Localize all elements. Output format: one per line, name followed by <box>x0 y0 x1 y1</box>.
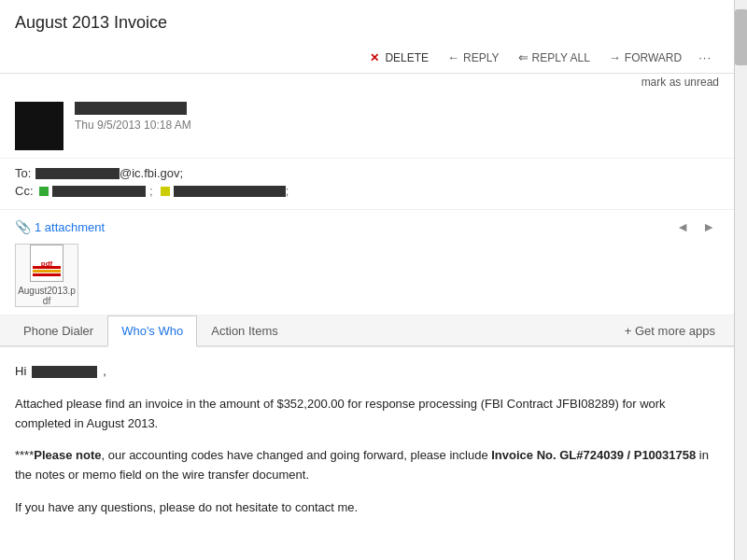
attachment-prev-button[interactable]: ◄ <box>672 217 693 236</box>
sender-name-redacted <box>75 102 187 115</box>
attachment-thumbnail[interactable]: pdf August2013.pdf <box>15 244 78 307</box>
attachment-count: 📎 1 attachment <box>15 219 105 234</box>
para2-bold2: Invoice No. GL#724039 / P10031758 <box>491 448 696 462</box>
paperclip-icon: 📎 <box>15 219 31 234</box>
reply-all-label: REPLY ALL <box>532 51 590 64</box>
scrollbar[interactable] <box>734 0 747 560</box>
toolbar: ✕ DELETE ← REPLY ⇐ REPLY ALL → FORWARD ·… <box>0 42 734 74</box>
mark-unread-row: mark as unread <box>0 74 734 92</box>
delete-button[interactable]: ✕ DELETE <box>360 47 438 69</box>
body-paragraph-1: Attached please find an invoice in the a… <box>15 395 719 434</box>
email-view: August 2013 Invoice ✕ DELETE ← REPLY ⇐ R… <box>0 0 734 560</box>
attachment-nav: ◄ ► <box>672 217 719 236</box>
reply-arrow-icon: ← <box>447 50 459 64</box>
tab-phone-dialer[interactable]: Phone Dialer <box>9 315 107 345</box>
delete-label: DELETE <box>385 51 429 64</box>
pdf-file-icon: pdf <box>30 245 63 282</box>
sender-date: Thu 9/5/2013 10:18 AM <box>75 119 719 132</box>
cc-indicator-yellow <box>161 187 170 196</box>
forward-arrow-icon: → <box>609 50 621 64</box>
attachment-next-button[interactable]: ► <box>698 217 719 236</box>
pdf-stripe-red2 <box>33 273 61 276</box>
cc-label: Cc: <box>15 184 35 198</box>
para2-asterisks: **** <box>15 448 34 462</box>
delete-x-icon: ✕ <box>370 51 379 64</box>
reply-label: REPLY <box>463 51 499 64</box>
to-name-redacted <box>35 168 120 179</box>
body-paragraph-3: If you have any questions, please do not… <box>15 498 719 518</box>
sender-section: Thu 9/5/2013 10:18 AM <box>0 92 734 159</box>
cc-indicator-green <box>39 187 49 196</box>
scrollbar-thumb[interactable] <box>735 9 747 65</box>
para2-mid: , our accounting codes have changed and … <box>102 448 492 462</box>
body-paragraph-2: ****Please note, our accounting codes ha… <box>15 446 719 485</box>
to-domain: @ic.fbi.gov; <box>120 166 183 180</box>
to-row: To: @ic.fbi.gov; <box>15 166 719 180</box>
cc-row: Cc: ; ; <box>15 184 719 198</box>
recipient-name-redacted <box>32 366 97 378</box>
email-body: Hi , Attached please find an invoice in … <box>0 347 734 550</box>
tabs-bar: Phone Dialer Who's Who Action Items + Ge… <box>0 315 734 347</box>
greeting-comma: , <box>103 362 106 382</box>
pdf-stripe-orange <box>33 270 61 273</box>
greeting-row: Hi , <box>15 362 719 382</box>
cc-semicolon2: ; <box>286 184 289 198</box>
tab-action-items[interactable]: Action Items <box>197 315 292 345</box>
reply-button[interactable]: ← REPLY <box>438 46 508 69</box>
reply-all-arrow-icon: ⇐ <box>518 50 529 64</box>
mark-as-unread-link[interactable]: mark as unread <box>641 76 719 89</box>
attachment-filename: August2013.pdf <box>16 286 78 306</box>
para2-bold1: Please note <box>34 448 101 462</box>
to-label: To: <box>15 166 35 180</box>
reply-all-button[interactable]: ⇐ REPLY ALL <box>509 46 599 69</box>
attachment-section: 📎 1 attachment ◄ ► pdf August2013.pdf <box>0 210 734 315</box>
cc-name1-redacted <box>52 186 146 197</box>
greeting-text: Hi <box>15 362 26 382</box>
sender-avatar <box>15 102 63 150</box>
email-title: August 2013 Invoice <box>0 0 734 42</box>
forward-label: FORWARD <box>625 51 682 64</box>
pdf-stripes <box>33 266 61 277</box>
cc-separator: ; <box>149 184 153 198</box>
tab-whos-who[interactable]: Who's Who <box>107 315 197 347</box>
recipients-section: To: @ic.fbi.gov; Cc: ; ; <box>0 159 734 210</box>
sender-info: Thu 9/5/2013 10:18 AM <box>75 102 719 132</box>
forward-button[interactable]: → FORWARD <box>599 46 691 69</box>
cc-name2-redacted <box>174 186 286 197</box>
pdf-stripe-red <box>33 266 61 269</box>
more-button[interactable]: ··· <box>691 46 719 69</box>
attachment-header: 📎 1 attachment ◄ ► <box>15 217 719 236</box>
get-more-apps-button[interactable]: + Get more apps <box>615 316 725 345</box>
